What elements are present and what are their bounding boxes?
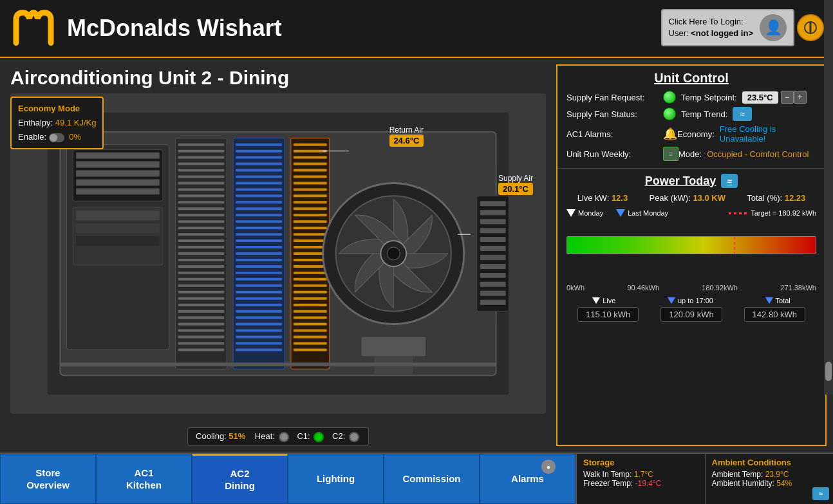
nav-ac2-dining[interactable]: AC2 Dining [192,454,288,504]
ambient-temp-label: Ambient Temp: [712,470,763,479]
last-monday-legend: Last Monday [616,209,668,217]
svg-rect-69 [236,265,282,268]
svg-rect-22 [178,182,225,184]
svg-rect-50 [236,144,282,146]
schedule-icon[interactable]: ≡ [663,147,679,161]
svg-rect-39 [178,291,225,294]
svg-rect-129 [480,246,506,251]
svg-rect-24 [178,194,225,197]
enthalpy-row: Enthalpy: 49.1 KJ/Kg [18,116,96,130]
economy-area: Economy: Free Cooling is Unavailable! [677,124,816,144]
svg-rect-98 [294,233,327,236]
total-marker-label: Total [776,297,791,304]
svg-rect-96 [294,220,327,223]
login-text: Click Here To Login: User: <not logged i… [669,16,753,39]
svg-rect-131 [480,264,506,269]
svg-rect-111 [294,317,327,319]
live-marker-item: Live [592,297,615,304]
live-kw-stat: Live kW: 12.3 [577,193,628,203]
svg-rect-12 [76,210,159,220]
power-trend-icon[interactable]: ≈ [721,174,738,188]
temp-setpoint-area: Temp Setpoint: 23.5°C − + [681,91,816,104]
supply-fan-request-indicator [663,91,676,104]
svg-rect-43 [178,317,225,319]
svg-rect-80 [236,335,282,338]
svg-rect-136 [60,362,496,366]
unit-control-section: Unit Control Supply Fan Request: Temp Se… [557,66,825,169]
svg-rect-56 [236,182,282,184]
svg-rect-107 [294,291,327,294]
nav-alarms[interactable]: ● Alarms [480,454,576,504]
enable-pct: 0% [69,132,81,142]
svg-rect-66 [236,246,282,248]
target-label: Target = 180.92 kWh [751,209,816,217]
nav-lighting[interactable]: Lighting [288,454,384,504]
svg-rect-110 [294,310,327,313]
svg-rect-21 [178,175,225,178]
cooling-value: 51% [229,431,245,441]
temp-setpoint-value: 23.5°C [742,91,778,104]
target-legend: Target = 180.92 kWh [729,209,816,217]
logout-button[interactable] [797,14,824,41]
svg-rect-106 [294,285,327,287]
scrollbar-thumb[interactable] [825,362,832,381]
svg-rect-44 [178,323,225,326]
ambient-trend-icon[interactable]: ≈ [812,487,829,500]
alarm-bell-icon: 🔔 [663,127,677,141]
peak-value: 13.0 KW [693,193,725,203]
bar-label-3: 271.38kWh [780,284,816,292]
svg-rect-78 [236,323,282,326]
nav-commission[interactable]: Commission [384,454,480,504]
svg-rect-103 [294,265,327,268]
economy-toggle[interactable] [49,133,64,142]
ambient-panel: Ambient Conditions Ambient Temp: 23.9°C … [706,454,834,504]
svg-rect-20 [178,169,225,172]
svg-rect-33 [178,252,225,255]
logo-area: McDonalds Wishart [10,8,282,49]
svg-rect-51 [236,150,282,153]
svg-rect-113 [294,330,327,332]
svg-rect-89 [294,175,327,178]
svg-rect-70 [236,272,282,274]
unit-run-weekly-label: Unit Run Weekly: [566,149,663,159]
scrollbar[interactable] [824,0,833,395]
total-label: Total (%): [747,193,782,203]
svg-rect-72 [236,285,282,287]
svg-rect-85 [294,150,327,153]
live-marker-label: Live [603,297,615,304]
left-panel: Airconditioning Unit 2 - Dining Economy … [0,58,556,453]
total-marker-item: Total [765,297,791,304]
last-monday-label: Last Monday [628,209,668,217]
nav-store-overview[interactable]: Store Overview [0,454,96,504]
live-kwh-box: 115.10 kWh [577,307,639,322]
target-dashed-line [734,237,735,254]
svg-rect-112 [294,323,327,326]
nav-ac1-kitchen[interactable]: AC1 Kitchen [96,454,192,504]
login-box[interactable]: Click Here To Login: User: <not logged i… [661,9,794,46]
svg-rect-23 [178,188,225,191]
supply-fan-status-row: Supply Fan Status: Temp Trend: ≈ [566,107,816,121]
power-today-label: Power Today [645,174,716,188]
svg-rect-19 [178,163,225,165]
user-label: User: [669,28,689,38]
walk-in-value: 1.7°C [634,470,653,479]
freezer-row: Freezer Temp: -19.4°C [583,479,698,488]
svg-rect-88 [294,169,327,172]
svg-rect-54 [236,169,282,172]
heat-indicator [279,432,289,442]
temp-decrease-button[interactable]: − [781,91,794,104]
login-avatar: 👤 [760,14,787,41]
svg-rect-42 [178,310,225,313]
supply-fan-request-label: Supply Fan Request: [566,93,663,102]
svg-rect-7 [76,162,159,168]
svg-rect-16 [178,144,225,146]
supply-fan-status-indicator [663,107,676,120]
target-line-icon [729,212,748,214]
temp-trend-icon[interactable]: ≈ [733,107,752,121]
temp-increase-button[interactable]: + [794,91,807,104]
svg-rect-26 [178,207,225,210]
svg-rect-116 [294,348,327,351]
temp-trend-area: Temp Trend: ≈ [681,107,816,121]
temp-trend-label: Temp Trend: [681,109,727,119]
svg-rect-25 [178,201,225,203]
